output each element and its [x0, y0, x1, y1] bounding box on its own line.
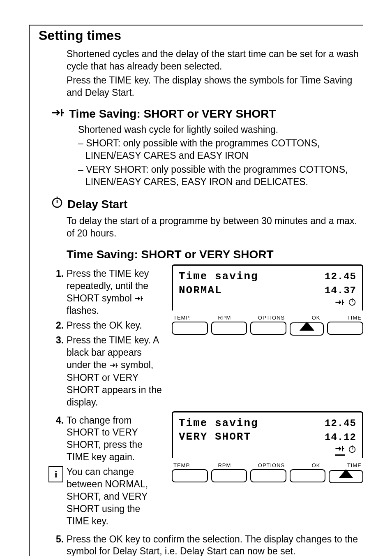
ok-button[interactable]	[290, 469, 326, 482]
step-2-text: Press the OK key.	[67, 320, 142, 331]
display-panel-1: Time saving 12.45 NORMAL 14.37	[172, 264, 363, 335]
btn-label-temp: TEMP.	[173, 462, 191, 468]
panel1-line2: NORMAL	[179, 284, 222, 298]
delay-start-desc: To delay the start of a programme by bet…	[67, 215, 363, 240]
short-icon	[335, 445, 345, 454]
temp-button[interactable]	[172, 322, 208, 335]
step-2: 2.Press the OK key.	[56, 320, 162, 332]
btn-label-rpm: RPM	[218, 315, 231, 321]
rpm-button[interactable]	[211, 322, 247, 335]
short-icon	[51, 107, 65, 120]
panel1-time1: 12.45	[325, 270, 356, 283]
clock-icon	[51, 197, 63, 212]
info-icon: i	[48, 466, 63, 482]
btn-label-options: OPTIONS	[258, 462, 285, 468]
info-note-text: You can change between NORMAL, SHORT, an…	[67, 466, 148, 526]
step-1: 1. Press the TIME key repeatedly, until …	[56, 268, 162, 317]
panel2-line2: VERY SHORT	[179, 430, 251, 444]
intro-paragraph-1: Shortened cycles and the delay of the st…	[67, 48, 363, 73]
intro-paragraph-2: Press the TIME key. The display shows th…	[67, 74, 363, 99]
step-4-text: To change from SHORT to VERY SHORT, pres…	[67, 415, 143, 463]
rpm-button[interactable]	[211, 469, 247, 482]
clock-icon	[348, 445, 356, 455]
short-icon	[335, 299, 345, 308]
short-icon	[134, 293, 143, 305]
heading-delay-start: Delay Start	[51, 197, 363, 212]
rule-top	[29, 25, 363, 25]
panel2-line1: Time saving	[179, 417, 258, 431]
btn-label-rpm: RPM	[218, 462, 231, 468]
heading-procedure: Time Saving: SHORT or VERY SHORT	[67, 248, 363, 261]
btn-label-time: TIME	[347, 462, 362, 468]
display-panel-2: Time saving 12.45 VERY SHORT 14.12	[172, 411, 363, 483]
arrow-up-icon	[339, 469, 353, 478]
step-4: 4.To change from SHORT to VERY SHORT, pr…	[56, 415, 162, 464]
btn-label-options: OPTIONS	[258, 315, 285, 321]
rule-left	[29, 25, 30, 556]
arrow-up-icon	[300, 322, 314, 331]
panel2-time2: 14.12	[325, 431, 356, 444]
heading-time-saving-options: Time Saving: SHORT or VERY SHORT	[51, 107, 363, 120]
info-icon-glyph: i	[55, 468, 58, 481]
btn-label-ok: OK	[312, 462, 321, 468]
step-3: 3. Press the TIME key. A black bar appea…	[56, 334, 162, 408]
btn-label-temp: TEMP.	[173, 315, 191, 321]
step-5: 5.Press the OK key to confirm the select…	[56, 533, 363, 556]
temp-button[interactable]	[172, 469, 208, 482]
step-5-text: Press the OK key to confirm the selectio…	[67, 534, 358, 556]
heading-time-saving-label: Time Saving: SHORT or VERY SHORT	[69, 107, 276, 120]
heading-delay-start-label: Delay Start	[67, 198, 127, 211]
btn-label-ok: OK	[312, 315, 321, 321]
options-button[interactable]	[250, 322, 286, 335]
options-button[interactable]	[250, 469, 286, 482]
step-1-text-b: flashes.	[67, 305, 99, 316]
clock-icon	[348, 298, 356, 308]
time-saving-subtitle: Shortened wash cycle for lightly soiled …	[78, 124, 363, 136]
time-saving-veryshort-desc: – VERY SHORT: only possible with the pro…	[78, 164, 363, 188]
time-saving-short-desc: – SHORT: only possible with the programm…	[78, 137, 363, 162]
panel2-time1: 12.45	[325, 417, 356, 430]
btn-label-time: TIME	[347, 315, 362, 321]
time-button[interactable]	[327, 322, 363, 335]
panel1-line1: Time saving	[179, 270, 258, 284]
short-icon	[109, 359, 118, 372]
panel1-time2: 14.37	[325, 284, 356, 297]
heading-setting-times: Setting times	[39, 28, 363, 43]
